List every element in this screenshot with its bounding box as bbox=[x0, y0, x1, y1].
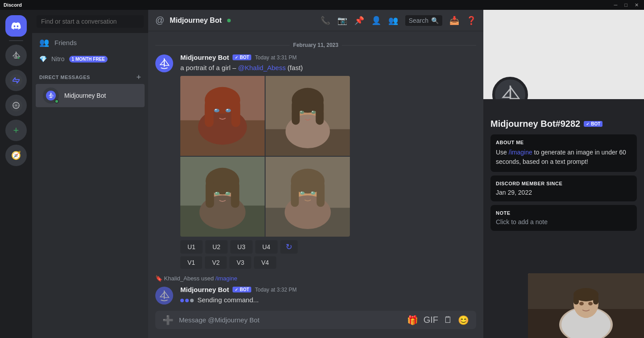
v4-button[interactable]: V4 bbox=[254, 256, 276, 269]
dm-search-input[interactable] bbox=[37, 15, 144, 28]
image-cell-2[interactable] bbox=[266, 76, 350, 156]
dm-nitro-link[interactable]: 💎 Nitro 1 MONTH FREE bbox=[32, 52, 148, 66]
member-since-title: DISCORD MEMBER SINCE bbox=[496, 181, 632, 186]
sending-text: Sending command... bbox=[197, 296, 259, 304]
message-timestamp-2: Today at 3:32 PM bbox=[255, 287, 296, 293]
server-icon-sailboat[interactable] bbox=[5, 45, 27, 66]
nitro-badge: 1 MONTH FREE bbox=[69, 56, 108, 63]
app-container: + 🧭 👥 Friends 💎 Nitro 1 MONTH FREE DIREC… bbox=[0, 10, 644, 338]
system-note: 🔖 Khalid_Abess used /imagine bbox=[155, 275, 237, 282]
u4-button[interactable]: U4 bbox=[255, 240, 278, 254]
member-since-section: DISCORD MEMBER SINCE Jan 29, 2022 bbox=[490, 175, 637, 201]
title-bar: Discord ─ □ ✕ bbox=[0, 0, 644, 10]
svg-point-14 bbox=[225, 109, 231, 113]
dm-search-bar bbox=[32, 10, 148, 33]
dm-user-item-midjourney[interactable]: Midjourney Bot bbox=[36, 84, 145, 107]
about-me-title: ABOUT ME bbox=[496, 140, 632, 145]
dm-username: Midjourney Bot bbox=[64, 92, 106, 99]
channel-name: Midjourney Bot bbox=[170, 17, 221, 25]
about-me-text: Use /imagine to generate an image in und… bbox=[496, 148, 632, 167]
svg-rect-12 bbox=[231, 100, 240, 127]
divider-line-left bbox=[155, 45, 290, 46]
about-me-section: ABOUT ME Use /imagine to generate an ima… bbox=[490, 134, 637, 172]
image-cell-4[interactable] bbox=[266, 157, 350, 237]
video-icon[interactable]: 📷 bbox=[337, 16, 347, 25]
image-cell-3[interactable] bbox=[180, 157, 265, 237]
note-title: NOTE bbox=[496, 210, 632, 216]
emoji-icon[interactable]: 😊 bbox=[458, 315, 469, 325]
gift-icon[interactable]: 🎁 bbox=[407, 315, 418, 325]
dm-nitro-label: Nitro bbox=[51, 55, 65, 63]
video-thumbnail[interactable] bbox=[528, 273, 644, 338]
svg-point-35 bbox=[215, 192, 220, 196]
server-sidebar: + 🧭 bbox=[0, 10, 32, 338]
header-search[interactable]: Search 🔍 bbox=[405, 15, 442, 26]
note-input[interactable]: Click to add a note bbox=[496, 218, 632, 225]
server-icon-discord[interactable] bbox=[5, 15, 27, 37]
v1-button[interactable]: V1 bbox=[180, 256, 202, 269]
dm-section-label: DIRECT MESSAGES bbox=[39, 75, 90, 80]
friends-icon: 👥 bbox=[39, 38, 49, 47]
message-input[interactable] bbox=[179, 311, 402, 329]
u3-button[interactable]: U3 bbox=[230, 240, 253, 254]
header-search-text: Search bbox=[409, 17, 428, 24]
refresh-button[interactable]: ↻ bbox=[280, 240, 298, 254]
gif-icon[interactable]: GIF bbox=[424, 315, 438, 325]
svg-rect-22 bbox=[292, 100, 300, 125]
svg-point-46 bbox=[300, 192, 305, 195]
action-buttons: U1 U2 U3 U4 ↻ bbox=[180, 240, 476, 254]
input-actions: 🎁 GIF 🗒 😊 bbox=[407, 315, 469, 325]
image-grid[interactable] bbox=[180, 76, 350, 237]
bot-badge-2: ✓ BOT bbox=[233, 287, 251, 292]
main-content: @ Midjourney Bot 📞 📷 📌 👤 👥 Search 🔍 📥 ❓ bbox=[148, 10, 483, 338]
message-timestamp-1: Today at 3:31 PM bbox=[255, 54, 296, 61]
dot-3 bbox=[190, 299, 194, 302]
image-cell-1[interactable] bbox=[180, 76, 265, 156]
add-friend-icon[interactable]: 👤 bbox=[371, 16, 381, 25]
channel-at-icon: @ bbox=[155, 15, 164, 25]
v2-button[interactable]: V2 bbox=[205, 256, 227, 269]
help-icon[interactable]: ❓ bbox=[466, 16, 476, 25]
u1-button[interactable]: U1 bbox=[180, 240, 203, 254]
close-button[interactable]: ✕ bbox=[633, 2, 640, 8]
svg-point-48 bbox=[301, 192, 302, 193]
u2-button[interactable]: U2 bbox=[205, 240, 228, 254]
message-avatar-2 bbox=[155, 287, 173, 305]
pin-icon[interactable]: 📌 bbox=[354, 16, 364, 25]
members-icon[interactable]: 👥 bbox=[388, 16, 398, 25]
dm-friends-link[interactable]: 👥 Friends bbox=[32, 33, 148, 52]
profile-username: Midjourney Bot#9282 ✓ BOT bbox=[490, 119, 637, 129]
message-sending: Sending command... bbox=[180, 295, 476, 305]
app-title: Discord bbox=[4, 2, 22, 8]
attach-icon[interactable]: ➕ bbox=[162, 315, 174, 325]
message-group-2: Midjourney Bot ✓ BOT Today at 3:32 PM bbox=[148, 284, 483, 310]
server-icon-nitro[interactable] bbox=[5, 70, 27, 91]
sending-dots bbox=[180, 299, 194, 302]
mention-khalid[interactable]: @Khalid_Abess bbox=[238, 64, 286, 71]
server-icon-openai[interactable] bbox=[5, 95, 27, 116]
server-add-button[interactable]: + bbox=[5, 120, 27, 141]
message-header-2: Midjourney Bot ✓ BOT Today at 3:32 PM bbox=[180, 286, 476, 293]
imagine-command[interactable]: /imagine bbox=[509, 149, 532, 156]
svg-point-13 bbox=[214, 109, 220, 113]
minimize-button[interactable]: ─ bbox=[612, 2, 619, 8]
profile-info: Midjourney Bot#9282 ✓ BOT ABOUT ME Use /… bbox=[483, 99, 644, 242]
dm-add-button[interactable]: + bbox=[136, 73, 141, 81]
inbox-icon[interactable]: 📥 bbox=[449, 16, 459, 25]
svg-point-25 bbox=[311, 111, 316, 114]
maximize-button[interactable]: □ bbox=[623, 2, 629, 8]
sticker-icon[interactable]: 🗒 bbox=[444, 315, 453, 325]
svg-point-2 bbox=[10, 74, 22, 87]
person-icon: 🔖 bbox=[155, 275, 162, 282]
window-controls[interactable]: ─ □ ✕ bbox=[612, 2, 640, 8]
server-explore-button[interactable]: 🧭 bbox=[5, 145, 27, 166]
svg-rect-44 bbox=[291, 181, 299, 207]
dm-friends-label: Friends bbox=[54, 39, 77, 46]
v3-button[interactable]: V3 bbox=[229, 256, 251, 269]
phone-icon[interactable]: 📞 bbox=[320, 16, 330, 25]
date-divider: February 11, 2023 bbox=[148, 38, 483, 52]
message-header-1: Midjourney Bot ✓ BOT Today at 3:31 PM bbox=[180, 54, 476, 61]
action-buttons-v: V1 V2 V3 V4 bbox=[180, 256, 476, 269]
svg-point-24 bbox=[300, 111, 304, 114]
divider-line-right bbox=[342, 45, 476, 46]
